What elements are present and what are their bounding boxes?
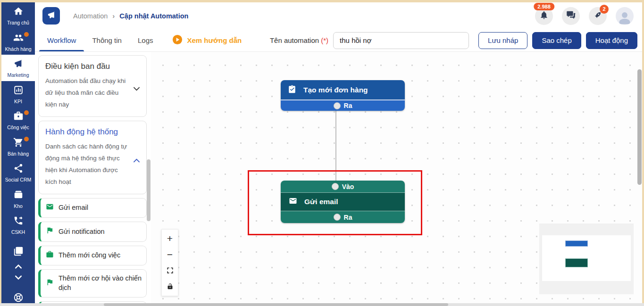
breadcrumb: Automation › Cập nhật Automation	[73, 12, 188, 20]
sidebar-item-sales[interactable]: Bán hàng	[1, 133, 35, 160]
section-description: Danh sách các hành động tự động mà hệ th…	[45, 141, 140, 188]
chevron-up-icon[interactable]	[132, 157, 141, 167]
action-add-opportunity[interactable]: Thêm mới cơ hội vào chiến dịch	[38, 269, 147, 297]
workflow-canvas[interactable]: Tạo mới đơn hàng Ra Vào	[151, 52, 642, 303]
main-area: Automation › Cập nhật Automation 2.988 2	[35, 2, 642, 303]
home-icon	[13, 6, 24, 18]
action-add-task[interactable]: Thêm mới công việc	[38, 246, 147, 266]
output-port[interactable]	[334, 214, 341, 221]
section-system-actions[interactable]: Hành động hệ thống Danh sách các hành độ…	[38, 121, 147, 194]
sidebar-item-customers[interactable]: Khách hàng	[1, 29, 35, 55]
sidebar-item-warehouse[interactable]: Kho	[1, 186, 35, 212]
content: Điều kiện ban đầu Automation bắt đầu chạ…	[35, 52, 642, 303]
collections-icon	[13, 246, 24, 258]
rocket-button[interactable]: 2	[589, 7, 607, 25]
breadcrumb-separator-icon: ›	[112, 12, 115, 20]
section-description: Automation bắt đầu chạy khi dữ liệu thoả…	[45, 75, 140, 111]
required-mark: (*)	[321, 36, 328, 44]
sidebar-item-kpi[interactable]: KPI	[1, 81, 35, 108]
sidebar-item-label: Công việc	[7, 125, 29, 130]
lock-button[interactable]	[161, 279, 178, 295]
page-horizontal-scrollbar[interactable]	[104, 303, 448, 306]
bell-icon	[539, 10, 549, 22]
sidebar-item-label: Khách hàng	[5, 47, 31, 52]
tab-bar: Workflow Thông tin Logs	[39, 29, 161, 51]
sidebar-item-tasks[interactable]: Công việc	[1, 107, 35, 133]
node-header: Gửi email	[281, 192, 405, 211]
node-send-email[interactable]: Vào Gửi email Ra	[281, 181, 405, 223]
node-title: Gửi email	[304, 198, 338, 206]
sidebar-item-social-crm[interactable]: Social CRM	[1, 159, 35, 186]
automation-name-input[interactable]	[333, 32, 469, 49]
node-output-strip: Ra	[281, 99, 405, 111]
sidebar-item-label: KPI	[14, 99, 22, 104]
chat-button[interactable]	[562, 7, 580, 25]
port-label: Ra	[344, 214, 352, 221]
output-port[interactable]	[334, 102, 341, 109]
zoom-in-button[interactable]: +	[161, 231, 178, 247]
fit-view-button[interactable]	[161, 263, 178, 279]
sidebar-item-label: Social CRM	[5, 177, 31, 182]
save-draft-button[interactable]: Lưu nháp	[478, 32, 527, 49]
input-port[interactable]	[332, 183, 339, 190]
user-avatar[interactable]	[616, 7, 634, 25]
email-icon	[289, 197, 297, 207]
minimap[interactable]	[539, 223, 634, 294]
unlock-icon	[167, 281, 174, 292]
rocket-badge: 2	[600, 5, 609, 14]
minimap-node-send-email	[565, 258, 588, 267]
activate-button[interactable]: Hoạt động	[586, 32, 637, 49]
sidebar-item-media[interactable]	[1, 243, 35, 262]
briefcase-icon	[13, 111, 24, 123]
automation-name-label: Tên automation (*)	[270, 36, 328, 44]
cart-icon	[13, 137, 24, 149]
sidebar: Trang chủ Khách hàng Marketing KPI Công …	[1, 2, 35, 303]
sidebar-item-label: Trang chủ	[7, 20, 29, 25]
tab-thong-tin[interactable]: Thông tin	[84, 29, 130, 51]
chat-bubbles-icon	[566, 10, 576, 22]
flag-icon	[46, 226, 54, 237]
panel-scrollbar[interactable]	[147, 159, 151, 221]
breadcrumb-parent[interactable]: Automation	[73, 12, 108, 20]
briefcase-icon	[46, 250, 54, 261]
megaphone-icon	[47, 10, 56, 22]
clipboard-check-icon	[288, 85, 296, 95]
notifications-button[interactable]: 2.988	[535, 7, 553, 25]
sidebar-item-label: Marketing	[7, 73, 29, 78]
sidebar-help[interactable]	[1, 289, 35, 304]
workflow-side-panel: Điều kiện ban đầu Automation bắt đầu chạ…	[35, 52, 151, 303]
node-title: Tạo mới đơn hàng	[303, 86, 368, 94]
kpi-chart-icon	[13, 85, 24, 97]
share-icon	[13, 163, 24, 175]
notification-dot	[24, 32, 29, 37]
canvas-controls: + −	[161, 229, 178, 296]
port-label: Ra	[344, 102, 352, 109]
copy-button[interactable]: Sao chép	[532, 32, 581, 49]
sidebar-item-label: Bán hàng	[8, 151, 29, 157]
zoom-out-button[interactable]: −	[161, 247, 178, 263]
chevron-down-icon[interactable]	[132, 84, 141, 95]
app-logo[interactable]	[42, 7, 60, 25]
section-initial-conditions[interactable]: Điều kiện ban đầu Automation bắt đầu chạ…	[38, 55, 147, 117]
guide-link[interactable]: Xem hướng dẫn	[172, 34, 242, 46]
node-output-strip: Ra	[281, 211, 405, 223]
tab-logs[interactable]: Logs	[130, 29, 161, 51]
port-label: Vào	[342, 183, 354, 190]
action-send-email[interactable]: Gửi email	[38, 198, 147, 218]
notification-dot	[24, 110, 29, 115]
header-actions: 2.988 2	[535, 7, 636, 25]
page-vertical-scrollbar[interactable]	[637, 69, 642, 185]
chevron-up-icon	[14, 263, 23, 272]
action-send-notification[interactable]: Gửi notification	[38, 222, 147, 242]
sidebar-item-cskh[interactable]: CSKH	[1, 212, 35, 238]
email-icon	[46, 203, 54, 214]
sidebar-item-marketing[interactable]: Marketing	[1, 55, 35, 81]
node-create-order[interactable]: Tạo mới đơn hàng Ra	[281, 80, 405, 111]
tab-workflow[interactable]: Workflow	[39, 29, 84, 51]
node-header: Tạo mới đơn hàng	[281, 80, 405, 99]
page-horizontal-scrollbar-track	[0, 303, 644, 306]
sidebar-item-home[interactable]: Trang chủ	[1, 2, 35, 29]
node-input-strip: Vào	[281, 181, 405, 192]
sidebar-scroll-down[interactable]	[1, 273, 35, 284]
sidebar-scroll-up[interactable]	[1, 262, 35, 273]
